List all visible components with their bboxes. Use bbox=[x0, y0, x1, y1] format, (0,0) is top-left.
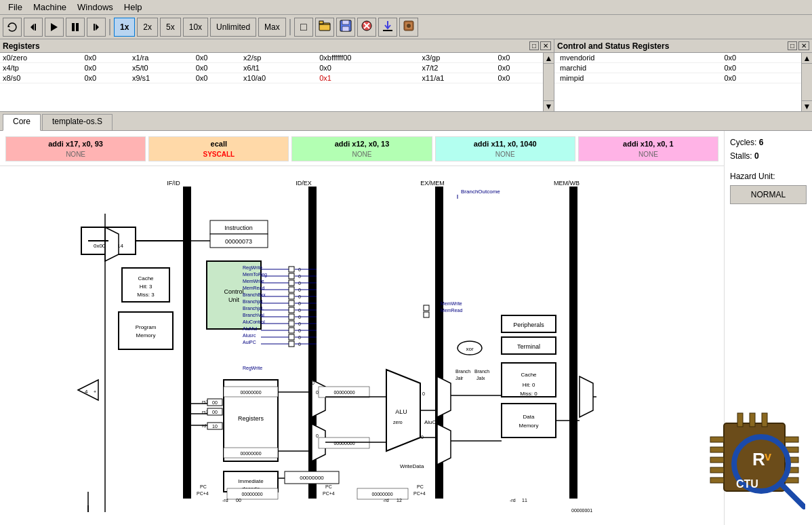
pipeline-svg: IF/ID ID/EX EX/MEM MEM/WB BranchOutcome bbox=[0, 180, 596, 512]
instr-text-2: addi x12, x0, 13 bbox=[295, 140, 428, 148]
instr-stage-4: NONE bbox=[582, 151, 715, 158]
svg-rect-62 bbox=[289, 294, 294, 299]
svg-text:Registers: Registers bbox=[238, 415, 264, 422]
svg-text:0: 0 bbox=[316, 390, 319, 395]
svg-text:MemRead: MemRead bbox=[441, 308, 462, 313]
menu-file[interactable]: File bbox=[3, 1, 28, 14]
speed-5x-button[interactable]: 5x bbox=[160, 18, 181, 37]
svg-text:00000000: 00000000 bbox=[371, 492, 392, 497]
svg-text:Unit: Unit bbox=[228, 296, 240, 303]
svg-rect-216 bbox=[710, 467, 724, 473]
instr-box-0: addi x17, x0, 93 NONE bbox=[5, 136, 146, 161]
speed-max-button[interactable]: Max bbox=[258, 18, 286, 37]
svg-text:00000073: 00000073 bbox=[225, 238, 252, 245]
svg-rect-21 bbox=[569, 187, 577, 499]
new-button[interactable]: □ bbox=[294, 18, 313, 37]
svg-rect-68 bbox=[289, 334, 294, 340]
instr-stage-0: NONE bbox=[9, 151, 142, 158]
svg-rect-58 bbox=[289, 267, 294, 272]
svg-text:Miss: 3: Miss: 3 bbox=[137, 292, 155, 298]
run-button[interactable] bbox=[45, 18, 64, 37]
svg-text:00000000: 00000000 bbox=[240, 390, 261, 395]
svg-text:BranchOutcome: BranchOutcome bbox=[461, 189, 500, 195]
speed-unlimited-button[interactable]: Unlimited bbox=[210, 18, 256, 37]
svg-rect-223 bbox=[737, 413, 743, 427]
svg-text:PC: PC bbox=[417, 484, 424, 489]
svg-marker-118 bbox=[437, 424, 451, 465]
reg-x8-val: 0x0 bbox=[81, 73, 129, 83]
svg-text:Data: Data bbox=[523, 414, 535, 420]
reg-x7-name: x7/t2 bbox=[419, 63, 495, 73]
menu-windows[interactable]: Windows bbox=[72, 1, 119, 14]
svg-text:0: 0 bbox=[312, 419, 314, 423]
csr-mvendorid-name: mvendorid bbox=[554, 53, 718, 63]
svg-rect-128 bbox=[502, 404, 556, 438]
csr-marchid-val: 0x0 bbox=[718, 63, 801, 73]
svg-text:Branchjal.: Branchjal. bbox=[243, 306, 264, 311]
csr-scrollbar[interactable]: ▲ ▼ bbox=[801, 53, 812, 111]
reg-row-1: x4/tp 0x0 x5/t0 0x0 x6/t1 0x0 x7/t2 0x0 bbox=[0, 63, 543, 73]
pause-button[interactable] bbox=[66, 18, 85, 37]
instr-text-0: addi x17, x0, 93 bbox=[9, 140, 142, 148]
svg-text:ALU: ALU bbox=[395, 408, 407, 415]
tab-template[interactable]: template-os.S bbox=[42, 114, 113, 130]
registers-scrollbar[interactable]: ▲ ▼ bbox=[543, 53, 554, 111]
svg-text:Instruction: Instruction bbox=[224, 225, 253, 231]
svg-text:00: 00 bbox=[212, 410, 218, 414]
csr-close[interactable]: ✕ bbox=[798, 41, 809, 50]
reg-x2-val: 0xbffffff00 bbox=[317, 53, 419, 63]
svg-text:Terminal: Terminal bbox=[517, 343, 540, 350]
svg-marker-0 bbox=[51, 23, 58, 31]
close-file-icon bbox=[361, 20, 373, 32]
step-forward-icon bbox=[91, 22, 102, 33]
menu-help[interactable]: Help bbox=[119, 1, 148, 14]
csr-minimize[interactable]: □ bbox=[788, 41, 797, 50]
instr-stage-2: NONE bbox=[295, 151, 428, 158]
svg-rect-218 bbox=[785, 437, 798, 442]
registers-minimize[interactable]: □ bbox=[529, 41, 539, 50]
menu-machine[interactable]: Machine bbox=[28, 1, 72, 14]
reg-x10-name: x10/a0 bbox=[241, 73, 317, 83]
svg-text:xor: xor bbox=[466, 346, 473, 352]
save-button[interactable] bbox=[336, 18, 355, 37]
reg-x5-val: 0x0 bbox=[193, 63, 241, 73]
svg-text:Branch: Branch bbox=[474, 369, 489, 374]
csr-row-1: marchid 0x0 bbox=[554, 63, 801, 73]
svg-rect-59 bbox=[289, 273, 294, 279]
tab-core[interactable]: Core bbox=[3, 114, 41, 131]
stats-panel: Cycles: 6 Stalls: 0 Hazard Unit: NORMAL bbox=[724, 131, 812, 525]
registers-close[interactable]: ✕ bbox=[540, 41, 551, 50]
reg-row-0: x0/zero 0x0 x1/ra 0x0 x2/sp 0xbffffff00 … bbox=[0, 53, 543, 63]
build-button[interactable] bbox=[399, 18, 418, 37]
svg-text:00000000: 00000000 bbox=[333, 390, 354, 395]
speed-10x-button[interactable]: 10x bbox=[183, 18, 208, 37]
step-back-button[interactable] bbox=[24, 18, 43, 37]
open-button[interactable] bbox=[315, 18, 334, 37]
cycles-row: Cycles: 6 bbox=[730, 138, 807, 147]
svg-text:Cache: Cache bbox=[521, 372, 537, 378]
instruction-pipeline-row: addi x17, x0, 93 NONE ecall SYSCALL addi… bbox=[0, 131, 724, 166]
run-icon bbox=[49, 22, 60, 33]
reg-x3-val: 0x0 bbox=[495, 53, 543, 63]
speed-2x-button[interactable]: 2x bbox=[137, 18, 158, 37]
svg-rect-1 bbox=[72, 23, 75, 31]
step-forward-button[interactable] bbox=[87, 18, 106, 37]
speed-1x-button[interactable]: 1x bbox=[114, 18, 135, 37]
svg-text:PC+4: PC+4 bbox=[323, 491, 335, 496]
svg-rect-69 bbox=[289, 341, 294, 347]
registers-panel: Registers □ ✕ x0/zero 0x0 x1/ra 0x0 x2/s… bbox=[0, 39, 554, 111]
reg-x9-val: 0x0 bbox=[193, 73, 241, 83]
logo-area: R v CTU bbox=[704, 410, 805, 511]
svg-text:MemToReg: MemToReg bbox=[243, 272, 267, 277]
svg-rect-64 bbox=[289, 307, 294, 313]
svg-text:10: 10 bbox=[212, 424, 218, 429]
close-button[interactable] bbox=[357, 18, 376, 37]
registers-panel-header: Registers □ ✕ bbox=[0, 39, 554, 53]
svg-text:-rd: -rd bbox=[510, 498, 516, 503]
download-button[interactable] bbox=[378, 18, 397, 37]
svg-text:0: 0 bbox=[316, 433, 319, 438]
svg-rect-217 bbox=[710, 478, 724, 483]
restart-button[interactable] bbox=[3, 18, 22, 37]
svg-text:AuiPC: AuiPC bbox=[243, 340, 256, 345]
reg-x4-name: x4/tp bbox=[0, 63, 81, 73]
